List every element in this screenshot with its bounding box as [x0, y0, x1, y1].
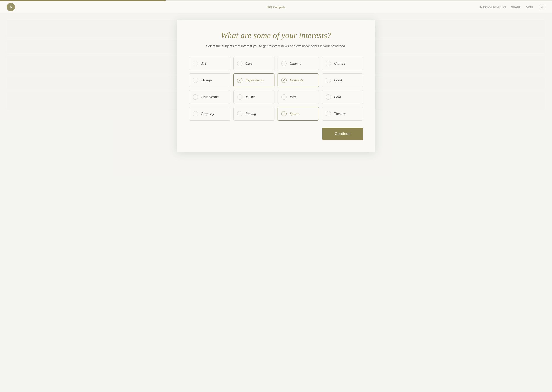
- interest-label-festivals: Festivals: [290, 78, 303, 83]
- interest-item-cinema[interactable]: Cinema: [277, 57, 319, 70]
- interest-label-culture: Culture: [334, 61, 345, 66]
- interest-label-food: Food: [334, 78, 342, 83]
- interest-checkbox-culture: [326, 61, 331, 66]
- interest-checkbox-festivals: ✓: [281, 78, 287, 83]
- interest-checkbox-live-events: [193, 94, 198, 100]
- interest-item-cars[interactable]: Cars: [233, 57, 275, 70]
- logo-letter: A: [9, 5, 12, 9]
- interest-grid: ArtCarsCinemaCultureDesign✓Experiences✓F…: [189, 57, 363, 121]
- search-icon[interactable]: ⌕: [539, 4, 545, 10]
- interest-checkbox-racing: [237, 111, 242, 116]
- interest-label-live-events: Live Events: [201, 95, 218, 99]
- header-nav-share[interactable]: SHARE: [511, 6, 521, 9]
- interest-label-experiences: Experiences: [246, 78, 264, 83]
- header: A 30% Complete IN CONVERSATION SHARE VIS…: [0, 1, 552, 13]
- interest-label-design: Design: [201, 78, 212, 83]
- progress-bar-container: [0, 0, 552, 1]
- interest-checkbox-cars: [237, 61, 242, 66]
- interest-item-food[interactable]: Food: [322, 73, 363, 87]
- interest-item-pets[interactable]: Pets: [277, 90, 319, 104]
- interest-label-sports: Sports: [290, 112, 299, 116]
- interest-item-property[interactable]: Property: [189, 107, 230, 121]
- interest-label-racing: Racing: [246, 112, 256, 116]
- interest-checkbox-food: [326, 78, 331, 83]
- continue-btn-container: Continue: [189, 128, 363, 140]
- header-nav-visit[interactable]: VISIT: [526, 6, 533, 9]
- interest-label-art: Art: [201, 61, 206, 66]
- interest-label-cars: Cars: [246, 61, 253, 66]
- interest-label-property: Property: [201, 112, 214, 116]
- interest-checkbox-music: [237, 94, 242, 100]
- interest-item-polo[interactable]: Polo: [322, 90, 363, 104]
- interest-checkbox-art: [193, 61, 198, 66]
- modal-overlay: What are some of your interests? Select …: [0, 13, 552, 392]
- interest-label-pets: Pets: [290, 95, 296, 99]
- interest-item-live-events[interactable]: Live Events: [189, 90, 230, 104]
- header-nav-in-conversation[interactable]: IN CONVERSATION: [479, 6, 506, 9]
- interests-modal: What are some of your interests? Select …: [177, 20, 375, 152]
- header-nav: IN CONVERSATION SHARE VISIT ⌕: [479, 4, 545, 10]
- interest-label-polo: Polo: [334, 95, 341, 99]
- interest-item-sports[interactable]: ✓Sports: [277, 107, 319, 121]
- interest-item-festivals[interactable]: ✓Festivals: [277, 73, 319, 87]
- interest-item-art[interactable]: Art: [189, 57, 230, 70]
- interest-item-theatre[interactable]: Theatre: [322, 107, 363, 121]
- progress-text: 30% Complete: [267, 6, 285, 9]
- interest-item-culture[interactable]: Culture: [322, 57, 363, 70]
- interest-checkbox-cinema: [281, 61, 287, 66]
- interest-label-music: Music: [246, 95, 255, 99]
- interest-checkbox-experiences: ✓: [237, 78, 242, 83]
- modal-subtitle: Select the subjects that interest you to…: [189, 44, 363, 49]
- interest-item-design[interactable]: Design: [189, 73, 230, 87]
- interest-checkbox-theatre: [326, 111, 331, 116]
- progress-bar-fill: [0, 0, 166, 1]
- logo: A: [7, 3, 15, 11]
- interest-item-experiences[interactable]: ✓Experiences: [233, 73, 275, 87]
- interest-checkbox-sports: ✓: [281, 111, 287, 116]
- interest-label-cinema: Cinema: [290, 61, 301, 66]
- interest-item-racing[interactable]: Racing: [233, 107, 275, 121]
- interest-checkbox-design: [193, 78, 198, 83]
- interest-checkbox-property: [193, 111, 198, 116]
- interest-label-theatre: Theatre: [334, 112, 346, 116]
- interest-item-music[interactable]: Music: [233, 90, 275, 104]
- interest-checkbox-pets: [281, 94, 287, 100]
- continue-button[interactable]: Continue: [322, 128, 363, 140]
- interest-checkbox-polo: [326, 94, 331, 100]
- modal-title: What are some of your interests?: [189, 30, 363, 40]
